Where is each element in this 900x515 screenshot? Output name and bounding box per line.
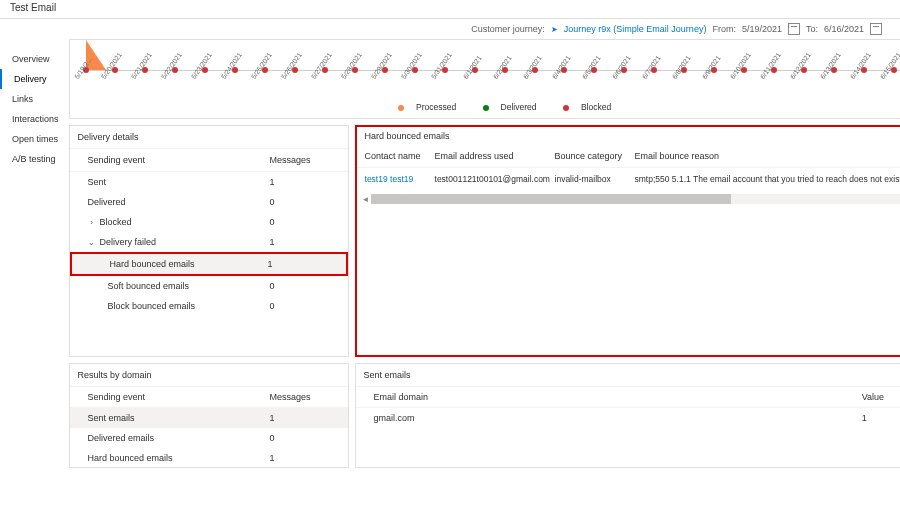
scroll-thumb[interactable] (371, 194, 731, 204)
row-label: Sent (88, 177, 107, 187)
calendar-icon[interactable] (788, 23, 800, 35)
reason-cell: smtp;550 5.1.1 The email account that yo… (635, 174, 900, 184)
hard-bounced-header: Contact name Email address used Bounce c… (357, 145, 900, 168)
domain-result-row[interactable]: Hard bounced emails1 (70, 448, 348, 467)
chevron-right-icon[interactable]: › (88, 218, 96, 226)
row-value: 0 (270, 433, 340, 443)
chart-tick-label: 5/24/2021 (220, 51, 243, 80)
nav-item-overview[interactable]: Overview (0, 49, 69, 69)
col-messages: Messages (270, 392, 340, 402)
left-nav: OverviewDeliveryLinksInteractionsOpen ti… (0, 39, 69, 515)
chart-tick-label: 6/2/2021 (491, 54, 512, 80)
row-domain: gmail.com (374, 413, 862, 423)
row-value: 1 (270, 177, 340, 187)
sent-emails-panel: Sent emails Email domain Value gmail.com… (355, 363, 900, 468)
delivery-row-hard-bounced-emails[interactable]: Hard bounced emails1 (70, 252, 348, 276)
col-sending-event: Sending event (88, 392, 270, 402)
row-value: 1 (270, 413, 340, 423)
row-label: Delivery failed (100, 237, 157, 247)
chart-tick-label: 6/11/2021 (759, 51, 782, 80)
results-by-domain-header: Sending event Messages (70, 387, 348, 408)
chart-tick-label: 6/9/2021 (701, 54, 722, 80)
timeline-chart: 5/19/2…5/20/20215/21/20215/22/20215/23/2… (86, 40, 900, 100)
journey-icon: ➤ (551, 25, 558, 34)
chevron-down-icon[interactable]: ⌄ (88, 238, 96, 246)
chart-tick-label: 6/6/2021 (611, 54, 632, 80)
chart-tick-label: 6/15/2021 (879, 51, 900, 80)
scroll-left-icon[interactable]: ◄ (361, 195, 371, 204)
row-value: 0 (270, 217, 340, 227)
legend-dot-processed (398, 105, 404, 111)
delivery-row-block-bounced-emails[interactable]: Block bounced emails0 (70, 296, 348, 316)
legend-dot-blocked (563, 105, 569, 111)
timeline-chart-panel: 5/19/2…5/20/20215/21/20215/22/20215/23/2… (69, 39, 900, 119)
chart-tick-label: 5/25/2021 (250, 51, 273, 80)
calendar-icon[interactable] (870, 23, 882, 35)
sent-emails-row[interactable]: gmail.com1 (356, 408, 900, 428)
domain-result-row[interactable]: Delivered emails0 (70, 428, 348, 448)
contact-link[interactable]: test19 test19 (365, 174, 435, 184)
row-value: 0 (270, 197, 340, 207)
nav-item-links[interactable]: Links (0, 89, 69, 109)
chart-tick-label: 6/1/2021 (461, 54, 482, 80)
to-value: 6/16/2021 (824, 24, 864, 34)
legend-label-blocked: Blocked (581, 102, 611, 112)
results-by-domain-title: Results by domain (70, 364, 348, 387)
chart-tick-label: 5/21/2021 (130, 51, 153, 80)
chart-tick-label: 6/12/2021 (789, 51, 812, 80)
sent-emails-title: Sent emails (364, 370, 411, 380)
col-bounce-reason: Email bounce reason (635, 151, 900, 161)
chart-legend: Processed Delivered Blocked (80, 102, 900, 112)
col-email-domain: Email domain (374, 392, 862, 402)
sent-emails-header: Email domain Value (356, 387, 900, 408)
row-label: Soft bounced emails (108, 281, 190, 291)
chart-tick-label: 5/29/2021 (370, 51, 393, 80)
chart-tick-label: 5/30/2021 (400, 51, 423, 80)
row-value: 0 (270, 301, 340, 311)
chart-tick-label: 6/7/2021 (641, 54, 662, 80)
row-label: Delivered emails (88, 433, 270, 443)
nav-item-delivery[interactable]: Delivery (0, 69, 69, 89)
chart-tick-label: 5/22/2021 (160, 51, 183, 80)
delivery-details-title: Delivery details (70, 126, 348, 149)
chart-tick-label: 6/8/2021 (671, 54, 692, 80)
delivery-details-panel: Delivery details Sending event Messages … (69, 125, 349, 357)
email-cell: test001121t00101@gmail.com (435, 174, 555, 184)
category-cell: invalid-mailbox (555, 174, 635, 184)
legend-dot-delivered (483, 105, 489, 111)
row-label: Blocked (100, 217, 132, 227)
delivery-row-delivered[interactable]: Delivered0 (70, 192, 348, 212)
row-label: Delivered (88, 197, 126, 207)
row-value: 1 (270, 237, 340, 247)
chart-tick-label: 5/27/2021 (310, 51, 333, 80)
nav-item-open-times[interactable]: Open times (0, 129, 69, 149)
row-value: 1 (862, 413, 900, 423)
chart-tick-label: 6/5/2021 (581, 54, 602, 80)
horizontal-scrollbar[interactable]: ◄ ► (361, 194, 900, 204)
col-sending-event: Sending event (88, 155, 270, 165)
from-label: From: (712, 24, 736, 34)
hard-bounced-panel: Hard bounced emails Contact name Email a… (355, 125, 900, 357)
row-value: 1 (270, 453, 340, 463)
from-value: 5/19/2021 (742, 24, 782, 34)
delivery-details-header: Sending event Messages (70, 149, 348, 172)
hard-bounced-title: Hard bounced emails (365, 131, 450, 141)
results-by-domain-panel: Results by domain Sending event Messages… (69, 363, 349, 468)
nav-item-a-b-testing[interactable]: A/B testing (0, 149, 69, 169)
chart-tick-label: 5/31/2021 (430, 51, 453, 80)
delivery-row-blocked[interactable]: ›Blocked0 (70, 212, 348, 232)
row-value: 1 (268, 259, 338, 269)
col-value: Value (862, 392, 900, 402)
chart-tick-label: 5/28/2021 (340, 51, 363, 80)
hard-bounced-row[interactable]: test19 test19test001121t00101@gmail.comi… (357, 168, 900, 190)
domain-result-row[interactable]: Sent emails1 (70, 408, 348, 428)
row-value: 0 (270, 281, 340, 291)
chart-tick-label: 6/14/2021 (849, 51, 872, 80)
nav-item-interactions[interactable]: Interactions (0, 109, 69, 129)
delivery-row-sent[interactable]: Sent1 (70, 172, 348, 192)
journey-link[interactable]: Journey r9x (Simple Email Journey) (564, 24, 707, 34)
row-label: Sent emails (88, 413, 270, 423)
journey-label: Customer journey: (471, 24, 545, 34)
delivery-row-delivery-failed[interactable]: ⌄Delivery failed1 (70, 232, 348, 252)
delivery-row-soft-bounced-emails[interactable]: Soft bounced emails0 (70, 276, 348, 296)
